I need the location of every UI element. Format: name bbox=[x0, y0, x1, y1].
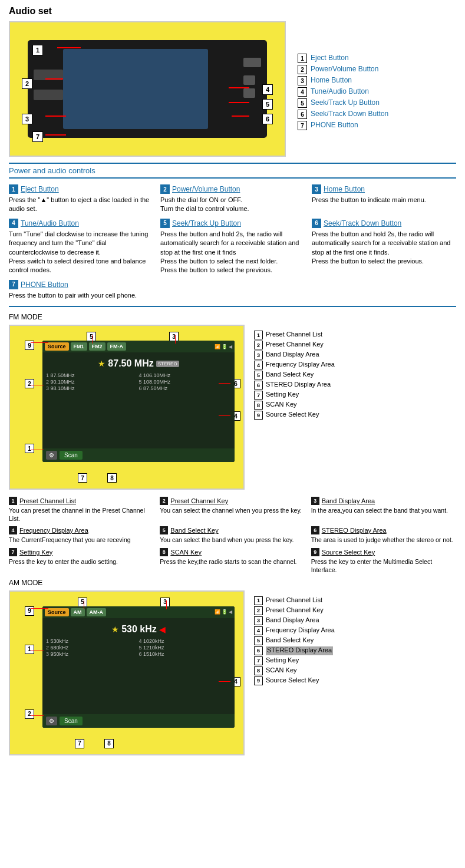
fm-legend-2: 2 Preset Channel Key bbox=[254, 341, 456, 349]
am-screen: Source AM AM-A 📶 🔋 ◀ ★ 530 kHz ◀ 1 530kH… bbox=[42, 606, 235, 728]
control-desc-4: Turn "Tune" dial clockwise to increase t… bbox=[9, 230, 153, 275]
am-diag-3: 3 bbox=[160, 598, 170, 607]
fm-legend-9: 9 Source Select Key bbox=[254, 411, 456, 420]
legend-item-6: 6 Seek/Track Down Button bbox=[298, 110, 388, 119]
legend-num-7: 7 bbox=[298, 121, 307, 130]
am-am-btn[interactable]: AM bbox=[71, 608, 85, 616]
control-7-title: 7 PHONE Button bbox=[9, 280, 153, 289]
fm-legend-label-4: Frequency Display Area bbox=[266, 361, 335, 369]
legend-item-4: 4 Tune/Audio Button bbox=[298, 87, 388, 97]
fm-desc-text-6: The area is used to judge whether the st… bbox=[311, 536, 456, 544]
legend-label-5: Seek/Track Up Button bbox=[311, 98, 380, 107]
am-diag-1: 1 bbox=[25, 645, 34, 654]
control-4-title: 4 Tune/Audio Button bbox=[9, 219, 153, 228]
am-legend-4: 4 Frequency Display Area bbox=[254, 626, 456, 635]
am-legend-7: 7 Setting Key bbox=[254, 656, 456, 665]
control-5: 5 Seek/Track Up Button Press the button … bbox=[160, 219, 305, 275]
am-legend-label-1: Preset Channel List bbox=[266, 596, 322, 605]
fm-screen: Source FM1 FM2 FM-A 📶 🔋 ◀ ★ 87.50 MHz ST… bbox=[42, 341, 235, 462]
legend-label-7: PHONE Button bbox=[311, 121, 358, 129]
legend-item-5: 5 Seek/Track Up Button bbox=[298, 98, 388, 108]
fm-desc-text-2: You can select the channel when you pres… bbox=[160, 506, 305, 514]
fm-desc-9: 9 Source Select Key Press the key to ent… bbox=[311, 548, 456, 574]
am-legend-8: 8 SCAN Key bbox=[254, 666, 456, 675]
fm-desc-text-8: Press the key,the radio starts to scan t… bbox=[160, 557, 305, 566]
am-diag-2: 2 bbox=[25, 709, 34, 719]
am-radio-diagram: 9 5 3 1 2 4 7 8 Source AM AM-A 📶 🔋 ◀ ★ 5… bbox=[9, 590, 245, 755]
fm-fm1-btn[interactable]: FM1 bbox=[71, 342, 87, 351]
am-diag-7: 7 bbox=[75, 739, 84, 748]
am-mode-section: 9 5 3 1 2 4 7 8 Source AM AM-A 📶 🔋 ◀ ★ 5… bbox=[9, 590, 456, 755]
control-desc-5: Press the button and hold 2s, the radio … bbox=[160, 230, 305, 275]
legend-label-6: Seek/Track Down Button bbox=[311, 110, 388, 118]
diagram-label-1: 1 bbox=[32, 45, 43, 55]
am-legend-label-8: SCAN Key bbox=[266, 666, 297, 675]
control-desc-7: Press the button to pair with your cell … bbox=[9, 291, 153, 300]
fm-diag-3: 3 bbox=[169, 332, 179, 341]
control-num-1: 1 bbox=[9, 184, 18, 194]
device-diagram: 1 2 3 7 4 5 6 bbox=[9, 21, 286, 157]
fm-legend-label-3: Band Display Area bbox=[266, 351, 319, 359]
control-num-6: 6 bbox=[312, 219, 321, 228]
fm-desc-7: 7 Setting Key Press the key to enter the… bbox=[9, 548, 154, 574]
control-7: 7 PHONE Button Press the button to pair … bbox=[9, 280, 153, 300]
am-mode-label: AM MODE bbox=[9, 579, 456, 587]
legend-item-2: 2 Power/Volume Button bbox=[298, 65, 388, 74]
am-source-btn[interactable]: Source bbox=[45, 608, 69, 616]
diagram-label-6: 6 bbox=[262, 114, 273, 124]
am-diag-5: 5 bbox=[78, 598, 87, 607]
fm-desc-text-1: You can preset the channel in the Preset… bbox=[9, 506, 154, 523]
control-3-title: 3 Home Button bbox=[312, 184, 456, 194]
control-num-2: 2 bbox=[160, 184, 170, 194]
fm-desc-6: 6 STEREO Display Area The area is used t… bbox=[311, 526, 456, 544]
control-5-title: 5 Seek/Track Up Button bbox=[160, 219, 305, 228]
fm-fma-btn[interactable]: FM-A bbox=[107, 342, 127, 351]
control-desc-2: Push the dial for ON or OFF.Turn the dia… bbox=[160, 196, 305, 214]
control-num-4: 4 bbox=[9, 219, 18, 228]
fm-legend-7: 7 Setting Key bbox=[254, 391, 456, 400]
fm-desc-label-2: Preset Channel Key bbox=[170, 497, 228, 504]
fm-fm2-btn[interactable]: FM2 bbox=[89, 342, 105, 351]
fm-desc-label-5: Band Select Key bbox=[170, 527, 218, 534]
fm-source-btn[interactable]: Source bbox=[45, 342, 69, 351]
diagram-label-4: 4 bbox=[262, 84, 273, 95]
am-legend-label-5: Band Select Key bbox=[266, 636, 314, 645]
am-legend-label-2: Preset Channel Key bbox=[266, 606, 324, 615]
am-ama-btn[interactable]: AM-A bbox=[87, 608, 107, 616]
am-legend: 1 Preset Channel List 2 Preset Channel K… bbox=[254, 590, 456, 755]
control-desc-1: Press the "▲" button to eject a disc loa… bbox=[9, 196, 153, 214]
control-label-1: Eject Button bbox=[21, 185, 59, 193]
fm-radio-diagram: 9 5 3 2 1 6 4 7 8 Source FM1 FM2 FM-A 📶 … bbox=[9, 325, 245, 490]
am-legend-1: 1 Preset Channel List bbox=[254, 596, 456, 605]
fm-legend-label-7: Setting Key bbox=[266, 391, 299, 400]
legend-item-1: 1 Eject Button bbox=[298, 54, 388, 63]
am-legend-label-4: Frequency Display Area bbox=[266, 626, 335, 635]
legend-item-3: 3 Home Button bbox=[298, 76, 388, 85]
fm-legend-4: 4 Frequency Display Area bbox=[254, 361, 456, 369]
diagram-label-3: 3 bbox=[22, 114, 32, 124]
control-2-title: 2 Power/Volume Button bbox=[160, 184, 305, 194]
fm-desc-text-9: Press the key to enter the Multimedia Se… bbox=[311, 557, 456, 574]
control-num-3: 3 bbox=[312, 184, 321, 194]
fm-legend-label-8: SCAN Key bbox=[266, 401, 297, 410]
divider-1 bbox=[9, 306, 456, 307]
control-label-3: Home Button bbox=[324, 185, 365, 193]
fm-desc-label-3: Band Display Area bbox=[322, 497, 375, 504]
am-legend-2: 2 Preset Channel Key bbox=[254, 606, 456, 615]
control-1: 1 Eject Button Press the "▲" button to e… bbox=[9, 184, 153, 214]
fm-diag-7: 7 bbox=[78, 473, 87, 483]
controls-grid: 1 Eject Button Press the "▲" button to e… bbox=[9, 184, 456, 300]
fm-desc-1: 1 Preset Channel List You can preset the… bbox=[9, 497, 154, 523]
am-legend-items: 1 Preset Channel List 2 Preset Channel K… bbox=[254, 596, 456, 685]
legend-num-3: 3 bbox=[298, 76, 307, 85]
fm-desc-5: 5 Band Select Key You can select the ban… bbox=[160, 526, 305, 544]
fm-desc-text-4: The CurrentFrequency that you are recevi… bbox=[9, 536, 154, 544]
control-label-5: Seek/Track Up Button bbox=[172, 219, 241, 227]
legend-label-2: Power/Volume Button bbox=[311, 65, 378, 73]
fm-legend: 1 Preset Channel List 2 Preset Channel K… bbox=[254, 325, 456, 490]
fm-legend-8: 8 SCAN Key bbox=[254, 401, 456, 410]
legend-num-1: 1 bbox=[298, 54, 307, 63]
legend-num-4: 4 bbox=[298, 87, 307, 97]
fm-desc-4: 4 Frequency Display Area The CurrentFreq… bbox=[9, 526, 154, 544]
fm-desc-grid: 1 Preset Channel List You can preset the… bbox=[9, 497, 456, 574]
